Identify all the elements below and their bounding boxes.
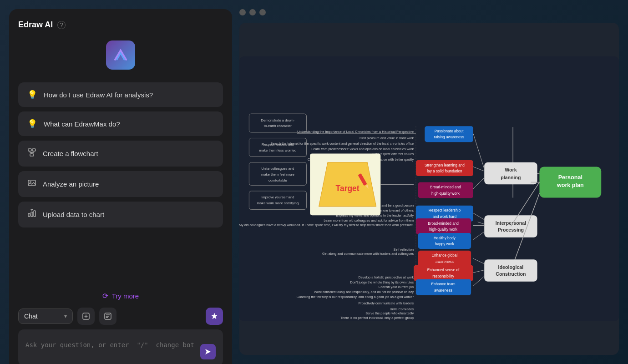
svg-text:Serve the people wholeheartedl: Serve the people wholeheartedly [365, 311, 414, 315]
window-dot-1 [239, 9, 246, 15]
try-more-button[interactable]: ⟳ Try more [18, 292, 223, 300]
svg-text:happy work: happy work [435, 242, 455, 246]
app-logo [106, 40, 135, 70]
menu-item-analyze-picture[interactable]: Analyze an picture [18, 171, 223, 197]
svg-text:Respect leaders and: Respect leaders and [262, 142, 294, 147]
svg-text:Passionate about: Passionate about [435, 129, 464, 133]
menu-item-label-2: What can EdrawMax do? [44, 120, 120, 128]
svg-text:Unite Comrades: Unite Comrades [390, 307, 414, 311]
menu-item-label-4: Analyze an picture [43, 180, 99, 188]
svg-text:Learn more from old colleagues: Learn more from old colleagues and ask f… [324, 218, 414, 222]
chart-icon [27, 209, 36, 220]
window-dot-3 [259, 9, 266, 15]
svg-text:Improve yourself and: Improve yourself and [261, 195, 294, 199]
help-icon[interactable]: ? [57, 21, 66, 29]
mindmap-diagram: .txt { font-family: -apple-system, Blink… [239, 23, 619, 355]
menu-list: 💡 How do I use Edraw AI for analysis? 💡 … [18, 82, 223, 284]
svg-text:raising awareness: raising awareness [434, 135, 464, 139]
new-chat-button[interactable] [77, 308, 95, 325]
svg-text:Enhance global: Enhance global [432, 253, 458, 258]
svg-text:Construction: Construction [496, 271, 526, 277]
left-panel: Edraw AI ? 💡 How do I use Edraw AI for a… [9, 9, 232, 364]
svg-text:Strengthen learning and: Strengthen learning and [425, 163, 465, 167]
bulb-icon: 💡 [27, 90, 37, 100]
svg-rect-9 [28, 213, 30, 217]
svg-text:make them feel more: make them feel more [261, 172, 294, 177]
chat-dropdown[interactable]: Chat ▾ [18, 308, 73, 324]
svg-text:Work conscientiously and respo: Work conscientiously and responsibly, an… [314, 290, 414, 294]
app-title: Edraw AI [18, 20, 53, 30]
menu-item-flowchart[interactable]: Create a flowchart [18, 141, 223, 167]
svg-text:Proactively communicate with l: Proactively communicate with leaders [359, 301, 414, 305]
svg-text:Don't judge the whole thing by: Don't judge the whole thing by its own r… [350, 280, 414, 284]
menu-item-edrawmax[interactable]: 💡 What can EdrawMax do? [18, 111, 223, 136]
svg-text:Get along and communicate more: Get along and communicate more with lead… [322, 252, 414, 256]
window-dot-2 [249, 9, 256, 15]
menu-item-label-3: Create a flowchart [43, 150, 98, 157]
svg-text:lay a solid foundation: lay a solid foundation [427, 169, 462, 173]
menu-item-label: How do I use Edraw AI for analysis? [44, 91, 153, 99]
svg-text:responsibility: responsibility [432, 274, 454, 278]
svg-text:planning: planning [501, 175, 521, 180]
controls-row: Chat ▾ [18, 308, 223, 325]
window-chrome [239, 9, 619, 15]
sub-node-team [416, 279, 471, 295]
logo-container [18, 40, 223, 70]
sub-node-passionate [425, 126, 473, 142]
svg-rect-0 [28, 149, 31, 151]
sub-node-responsibility [414, 265, 473, 281]
svg-text:Find pleasure and value in har: Find pleasure and value in hard work [360, 136, 414, 140]
flowchart-icon [27, 148, 36, 159]
svg-text:work plan: work plan [557, 182, 584, 188]
sub-node-broad-minded-1 [418, 182, 473, 198]
svg-rect-1 [32, 149, 35, 151]
svg-text:to-earth character: to-earth character [264, 124, 292, 128]
app-header: Edraw AI ? [18, 20, 223, 30]
svg-rect-10 [31, 212, 33, 217]
svg-text:Interpersonal: Interpersonal [496, 220, 527, 226]
work-planning-node [484, 162, 537, 184]
svg-text:Enhanced sense of: Enhanced sense of [427, 268, 460, 272]
svg-text:make them less worried: make them less worried [259, 148, 296, 152]
canvas-area: .txt { font-family: -apple-system, Blink… [239, 23, 619, 355]
sub-node-healthy [418, 233, 471, 249]
svg-text:Respect leadership: Respect leadership [429, 208, 461, 212]
bottom-bar: Chat ▾ [18, 308, 223, 364]
chevron-down-icon: ▾ [64, 313, 67, 319]
svg-text:Healthy body: Healthy body [434, 236, 456, 240]
right-panel: .txt { font-family: -apple-system, Blink… [232, 0, 628, 364]
svg-text:Processing: Processing [498, 227, 524, 233]
svg-text:Develop a holistic perspective: Develop a holistic perspective at work [358, 275, 414, 279]
svg-text:There is no perfect individual: There is no perfect individual, only a p… [340, 316, 414, 320]
svg-text:Understanding the Importance o: Understanding the Importance of Local Ch… [297, 130, 414, 134]
history-button[interactable] [99, 308, 116, 325]
svg-text:My old colleagues have a heavy: My old colleagues have a heavy workload.… [239, 223, 414, 227]
svg-text:Target: Target [336, 184, 360, 193]
svg-text:Ideological: Ideological [498, 264, 524, 270]
magic-button[interactable] [206, 308, 223, 325]
svg-text:Demonstrate a down-: Demonstrate a down- [261, 118, 295, 122]
svg-text:Broad-minded and: Broad-minded and [430, 185, 461, 189]
ideological-node [484, 259, 537, 281]
svg-text:and work hard: and work hard [433, 215, 457, 219]
svg-text:Enhance team: Enhance team [431, 282, 455, 286]
try-more-label: Try more [112, 292, 139, 300]
sub-node-enhance-global [418, 251, 471, 267]
svg-text:Broad-minded and: Broad-minded and [428, 222, 459, 226]
send-button[interactable] [200, 344, 216, 359]
menu-item-how-to-use[interactable]: 💡 How do I use Edraw AI for analysis? [18, 82, 223, 107]
chat-input[interactable] [25, 340, 196, 359]
menu-item-label-5: Upload data to chart [43, 211, 104, 218]
chat-label: Chat [24, 313, 38, 320]
refresh-icon: ⟳ [102, 292, 108, 300]
svg-text:Unite colleagues and: Unite colleagues and [261, 167, 294, 171]
svg-text:awareness: awareness [434, 288, 452, 293]
menu-item-upload-chart[interactable]: Upload data to chart [18, 202, 223, 228]
svg-text:high-quality work: high-quality work [429, 228, 458, 232]
svg-text:Cherish your current job: Cherish your current job [379, 285, 414, 289]
svg-text:Work: Work [505, 167, 517, 172]
svg-rect-11 [34, 211, 35, 217]
svg-text:comfortable: comfortable [268, 178, 287, 182]
svg-text:Self-reflection: Self-reflection [394, 248, 414, 252]
svg-text:Personal: Personal [558, 174, 582, 181]
